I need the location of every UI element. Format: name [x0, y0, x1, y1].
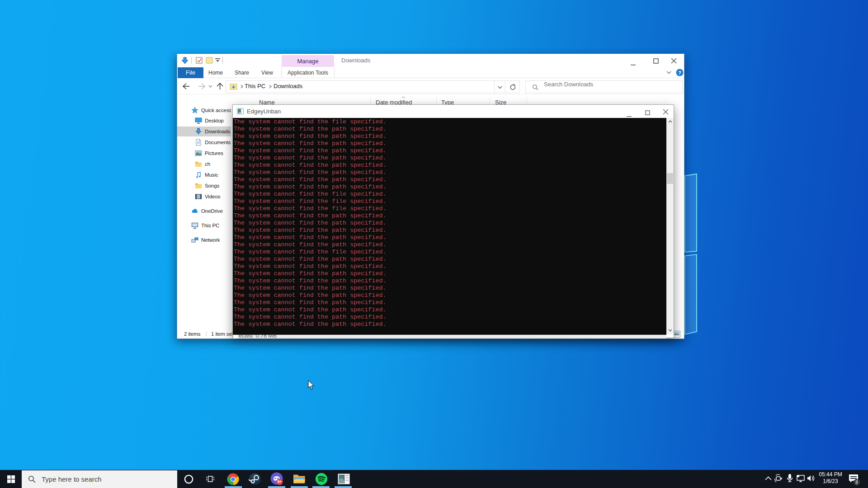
- svg-text:9+: 9+: [278, 479, 282, 484]
- svg-text:8: 8: [855, 480, 858, 485]
- svg-text:?: ?: [678, 70, 681, 75]
